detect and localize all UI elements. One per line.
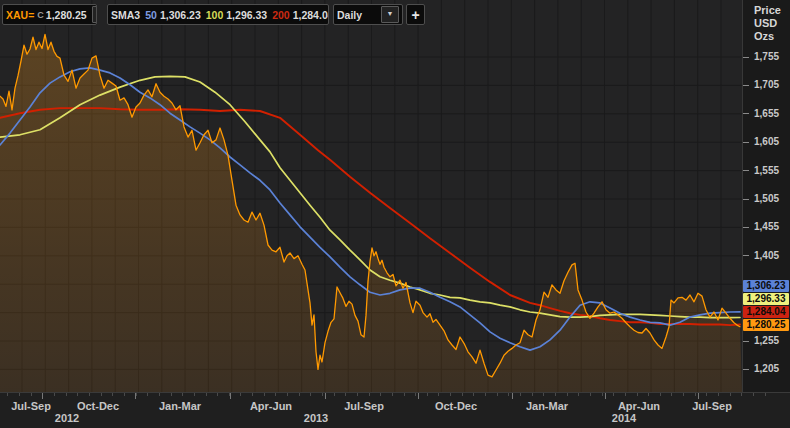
last-price-flag: 1,280.25 [743,319,789,331]
time-axis-year-label: 2012 [55,412,79,424]
time-axis-minor-tick [171,393,172,396]
time-axis-quarter-tick [698,393,699,399]
price-chart-plot[interactable] [0,0,742,392]
time-axis-quarter-tick [605,393,606,399]
price-axis-tick [743,341,749,342]
chart-canvas[interactable] [0,0,742,392]
time-axis-minor-tick [392,393,393,396]
interval-dropdown-icon[interactable]: ▼ [381,6,399,23]
time-axis-quarter-label: Jul-Sep [11,400,51,412]
sma-legend-name: SMA3 [111,9,140,21]
price-axis-label: 1,455 [754,221,779,232]
time-axis-minor-tick [462,393,463,396]
time-axis-quarter-label: Apr-Jun [618,400,660,412]
time-axis-year-label: 2014 [612,412,636,424]
time-axis-minor-tick [287,393,288,396]
sma200-period: 200 [272,9,290,21]
time-axis-minor-tick [369,393,370,396]
time-axis-minor-tick [578,393,579,396]
time-axis-quarter-tick [135,393,136,399]
time-axis-minor-tick [567,393,568,396]
time-axis-minor-tick [427,393,428,396]
price-axis-tick [743,369,749,370]
time-axis-minor-tick [543,393,544,396]
time-axis-minor-tick [671,393,672,396]
price-axis-tick [743,85,749,86]
time-axis-minor-tick [473,393,474,396]
price-axis-tick [743,142,749,143]
time-axis-minor-tick [124,393,125,396]
time-axis-minor-tick [520,393,521,396]
time-axis-year-label: 2013 [304,412,328,424]
time-axis-minor-tick [497,393,498,396]
sma100-value: 1,296.33 [226,9,267,21]
time-axis-minor-tick [31,393,32,396]
time-axis-minor-tick [252,393,253,396]
sma50-period: 50 [145,9,157,21]
time-axis-quarter-label: Oct-Dec [77,400,119,412]
price-axis-tick [743,199,749,200]
price-axis-tick [743,227,749,228]
price-axis-title: Price USD Ozs [754,4,781,43]
time-axis-minor-tick [19,393,20,396]
time-axis-minor-tick [334,393,335,396]
plus-icon: + [411,7,419,23]
time-axis-minor-tick [753,393,754,396]
axis-title-line: Ozs [754,30,781,43]
add-analysis-button[interactable]: + [406,4,425,25]
price-axis-label: 1,755 [754,51,779,62]
time-axis-quarter-label: Apr-Jun [250,400,292,412]
price-axis-tick [743,113,749,114]
instrument-symbol: XAU= [6,9,34,21]
instrument-selector[interactable]: XAU= C 1,280.25 ▼ [2,4,97,25]
time-axis-minor-tick [730,393,731,396]
price-axis-tick [743,255,749,256]
instrument-dropdown-icon[interactable]: ▼ [92,6,97,23]
last-price-flag: 1,284.04 [743,306,789,318]
time-axis-minor-tick [450,393,451,396]
price-axis: Price USD Ozs 1,7551,7051,6551,6051,5551… [742,0,790,392]
time-axis-minor-tick [404,393,405,396]
time-axis-minor-tick [310,393,311,396]
time-axis-minor-tick [101,393,102,396]
time-axis-minor-tick [718,393,719,396]
axis-title-line: Price [754,4,781,17]
time-axis-quarter-tick [418,393,419,399]
time-axis-minor-tick [695,393,696,396]
time-axis: Jul-SepOct-DecJan-MarApr-JunJul-SepOct-D… [0,392,790,428]
time-axis-minor-tick [345,393,346,396]
instrument-last-price: 1,280.25 [46,9,87,21]
time-axis-minor-tick [555,393,556,396]
sma-legend[interactable]: SMA3 50 1,306.23 100 1,296.33 200 1,284.… [107,4,329,25]
sma200-value: 1,284.04 [293,9,329,21]
price-axis-tick [743,57,749,58]
session-indicator: C [37,10,44,20]
time-axis-minor-tick [660,393,661,396]
time-axis-minor-tick [159,393,160,396]
time-axis-minor-tick [112,393,113,396]
time-axis-minor-tick [485,393,486,396]
time-axis-minor-tick [648,393,649,396]
time-axis-quarter-tick [512,393,513,399]
time-axis-quarter-tick [230,393,231,399]
time-axis-minor-tick [182,393,183,396]
time-axis-quarter-tick [42,393,43,399]
time-axis-minor-tick [602,393,603,396]
time-axis-minor-tick [706,393,707,396]
time-axis-minor-tick [765,393,766,396]
time-axis-minor-tick [380,393,381,396]
time-axis-quarter-label: Jan-Mar [526,400,568,412]
time-axis-minor-tick [357,393,358,396]
last-price-flag: 1,296.33 [743,293,789,305]
time-axis-quarter-label: Jan-Mar [159,400,201,412]
time-axis-minor-tick [264,393,265,396]
price-axis-label: 1,205 [754,363,779,374]
interval-selector[interactable]: Daily ▼ [333,4,403,25]
chart-window: Price USD Ozs 1,7551,7051,6551,6051,5551… [0,0,790,428]
time-axis-minor-tick [77,393,78,396]
axis-title-line: USD [754,17,781,30]
time-axis-minor-tick [147,393,148,396]
time-axis-minor-tick [625,393,626,396]
time-axis-minor-tick [322,393,323,396]
time-axis-quarter-tick [325,393,326,399]
